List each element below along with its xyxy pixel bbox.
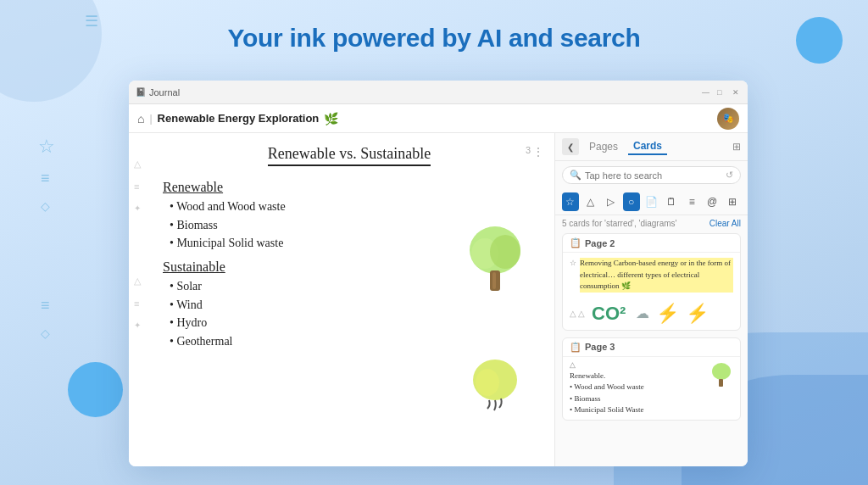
card-icons-left: △ △ — [570, 309, 585, 318]
search-icon: 🔍 — [570, 170, 581, 181]
close-button[interactable]: ✕ — [732, 88, 741, 97]
toolbar-icon-3[interactable]: ✦ — [134, 203, 141, 213]
tree-illustration — [461, 218, 529, 298]
avatar-initials: 🎭 — [722, 113, 734, 124]
card-page3-text: Renewable.• Wood and Wood waste• Biomass… — [570, 371, 706, 416]
content-area: △ ≡ ✦ △ ≡ ✦ 3 ⋮ Renewable vs. Sustainabl… — [129, 133, 748, 466]
bg-lines-icon: ≡ — [41, 170, 50, 187]
title-bar: 📓 Journal — □ ✕ — [129, 81, 748, 104]
bg-circle-bl — [68, 362, 123, 417]
tab-cards[interactable]: Cards — [628, 138, 667, 155]
nav-emoji: 🌿 — [324, 112, 338, 125]
nav-bar: ⌂ | Renewable Energy Exploration 🌿 🎭 — [129, 104, 748, 133]
filter-play-button[interactable]: ▷ — [603, 192, 620, 211]
expand-panel-button[interactable]: ❮ — [562, 138, 579, 155]
side-panel-header: ❮ Pages Cards ⊞ — [555, 133, 748, 161]
note-area: △ ≡ ✦ △ ≡ ✦ 3 ⋮ Renewable vs. Sustainabl… — [129, 133, 554, 466]
results-count-label: 5 cards for 'starred', 'diagrams' — [562, 219, 676, 228]
item-hydro: • Hydro — [170, 314, 539, 332]
co2-text: CO² — [592, 303, 626, 325]
bg-star-icon: ☆ — [38, 136, 55, 158]
side-panel: ❮ Pages Cards ⊞ 🔍 ↺ ☆ △ ▷ ○ 📄 🗒 ≡ @ — [554, 133, 748, 466]
more-options-icon[interactable]: ⋮ — [532, 145, 544, 159]
item-geothermal: • Geothermal — [170, 332, 539, 351]
filter-list-button[interactable]: ≡ — [683, 192, 700, 211]
card-page2-label: Page 2 — [585, 238, 615, 248]
svg-rect-4 — [492, 272, 496, 289]
filter-at-button[interactable]: @ — [704, 192, 721, 211]
renewable-heading: Renewable — [163, 180, 539, 195]
filter-circle-button[interactable]: ○ — [623, 192, 640, 211]
card-page2-header: 📋 Page 2 — [563, 234, 740, 253]
avatar[interactable]: 🎭 — [717, 108, 739, 130]
card-page3-header: 📋 Page 3 — [563, 338, 740, 357]
home-icon[interactable]: ⌂ — [137, 112, 144, 125]
toolbar-icon-4[interactable]: △ — [134, 276, 141, 287]
notebook-title[interactable]: Renewable Energy Exploration — [158, 112, 320, 125]
search-input[interactable] — [585, 170, 722, 181]
item-wood: • Wood and Wood waste — [170, 198, 539, 216]
filter-doc2-button[interactable]: 🗒 — [663, 192, 680, 211]
card-star-icon: ☆ — [570, 259, 576, 267]
filter-grid-button[interactable]: ⊞ — [724, 192, 741, 211]
card3-icon1: △ — [570, 360, 576, 369]
note-title-section: Renewable vs. Sustainable — [159, 145, 539, 166]
bg-menu-icon: ☰ — [85, 12, 98, 31]
search-clear-icon[interactable]: ↺ — [726, 170, 733, 181]
note-toolbar: △ ≡ ✦ △ ≡ ✦ — [134, 159, 141, 330]
item-wind: • Wind — [170, 296, 539, 315]
sun-illustration — [465, 353, 525, 415]
filter-star-button[interactable]: ☆ — [562, 192, 579, 211]
main-heading: Your ink powered by AI and search — [0, 0, 868, 53]
card-small-icon1: △ — [570, 309, 576, 318]
note-title: Renewable vs. Sustainable — [268, 145, 431, 166]
bg-lines-icon2: ≡ — [41, 297, 50, 315]
svg-point-6 — [476, 369, 499, 396]
search-bar[interactable]: 🔍 ↺ — [562, 166, 741, 184]
title-bar-controls: — □ ✕ — [702, 88, 741, 97]
toolbar-icon-2[interactable]: ≡ — [134, 181, 141, 192]
bg-diamond-icon: ◇ — [41, 199, 50, 213]
card-page3-body: △ Renewable.• Wood and Wood waste• Bioma… — [563, 357, 740, 420]
svg-point-2 — [490, 235, 520, 269]
lightning-icon2: ⚡ — [686, 303, 709, 325]
results-label-row: 5 cards for 'starred', 'diagrams' Clear … — [555, 215, 748, 230]
card-page3-label: Page 3 — [585, 342, 615, 352]
card-small-icon2: △ — [578, 309, 585, 318]
icon-filter-row: ☆ △ ▷ ○ 📄 🗒 ≡ @ ⊞ — [555, 189, 748, 215]
filter-icon[interactable]: ⊞ — [732, 141, 741, 153]
card3-tree-illustration — [709, 360, 733, 391]
lightning-icon1: ⚡ — [656, 303, 679, 325]
card-page3-content: △ Renewable.• Wood and Wood waste• Bioma… — [570, 360, 706, 416]
title-bar-app-name: Journal — [149, 87, 180, 98]
cards-list: 📋 Page 2 ☆ Removing Carbon-based energy … — [555, 230, 748, 466]
app-window: 📓 Journal — □ ✕ ⌂ | Renewable Energy Exp… — [129, 81, 748, 466]
page-number: 3 — [526, 145, 531, 155]
cloud-icon: ☁ — [636, 305, 649, 321]
toolbar-icon-5[interactable]: ≡ — [134, 298, 141, 309]
card-page3-icon: 📋 — [570, 342, 581, 353]
card-page3[interactable]: 📋 Page 3 △ Renewable.• Wood and Wood was… — [562, 337, 741, 421]
filter-triangle-button[interactable]: △ — [582, 192, 599, 211]
filter-doc-button[interactable]: 📄 — [643, 192, 660, 211]
toolbar-icon-6[interactable]: ✦ — [134, 321, 141, 330]
card-diagram-row: △ △ CO² ☁ ⚡ ⚡ — [563, 298, 740, 330]
clear-all-button[interactable]: Clear All — [709, 219, 741, 228]
bg-diamond-icon2: ◇ — [41, 326, 50, 340]
maximize-button[interactable]: □ — [717, 88, 726, 97]
toolbar-icon-1[interactable]: △ — [134, 159, 141, 170]
minimize-button[interactable]: — — [702, 88, 710, 97]
card-page2-text: Removing Carbon-based energy or in the f… — [580, 258, 733, 293]
card-page-icon: 📋 — [570, 237, 581, 248]
card-page2[interactable]: 📋 Page 2 ☆ Removing Carbon-based energy … — [562, 233, 741, 331]
card-page2-body: ☆ Removing Carbon-based energy or in the… — [563, 253, 740, 298]
bg-circle-tr — [796, 17, 843, 64]
svg-rect-8 — [719, 379, 723, 387]
app-icon: 📓 — [136, 87, 146, 97]
svg-point-7 — [712, 363, 731, 380]
tab-pages[interactable]: Pages — [584, 139, 623, 154]
nav-separator: | — [149, 113, 152, 125]
